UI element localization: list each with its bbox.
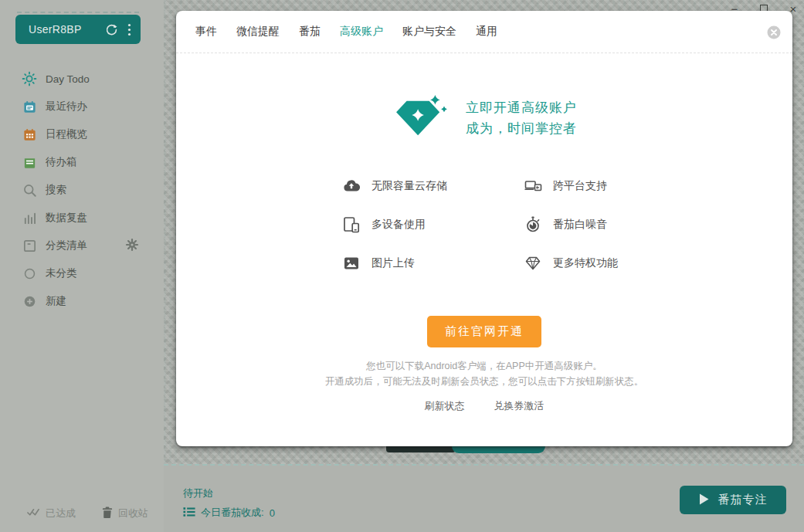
feature-more-privileges: 更多特权功能 — [524, 254, 705, 273]
status-state-label: 待开始 — [183, 486, 275, 500]
settings-tabs: 事件 微信提醒 番茄 高级账户 账户与安全 通用 — [176, 11, 792, 53]
sidebar-footer: 已达成 回收站 — [0, 495, 164, 532]
diamond-outline-icon — [524, 254, 542, 273]
sidebar-item-search[interactable]: 搜索 — [0, 176, 164, 204]
sidebar-item-label: 未分类 — [46, 266, 77, 280]
harvest-count: 0 — [270, 507, 275, 519]
pomodoro-status: 待开始 今日番茄收成: 0 — [183, 486, 275, 520]
sidebar-item-recycle-bin[interactable]: 回收站 — [102, 507, 148, 520]
harvest-label: 今日番茄收成: — [201, 506, 264, 520]
tab-wechat-reminder[interactable]: 微信提醒 — [236, 25, 280, 39]
pomodoro-focus-button[interactable]: 番茄专注 — [680, 486, 786, 514]
sidebar-item-label: 日程概览 — [46, 127, 87, 141]
search-icon — [22, 182, 37, 198]
sidebar-item-label: 最近待办 — [46, 100, 87, 114]
feature-label: 图片上传 — [371, 256, 415, 270]
hero-title-line1: 立即开通高级账户 — [466, 97, 577, 118]
multi-device-icon — [342, 215, 361, 234]
feature-label: 无限容量云存储 — [371, 179, 447, 193]
premium-hero: 立即开通高级账户 成为，时间掌控者 — [176, 95, 792, 141]
premium-features-grid: 无限容量云存储 跨平台支持 多设备使用 番茄白噪音 — [342, 177, 792, 273]
refresh-status-link[interactable]: 刷新状态 — [425, 399, 465, 413]
harvest-list-icon — [183, 507, 195, 520]
sidebar-footer-label: 已达成 — [46, 507, 76, 520]
sidebar-item-todo-box[interactable]: 待办箱 — [0, 148, 164, 176]
sidebar-item-label: 数据复盘 — [46, 211, 87, 225]
feature-cross-platform: 跨平台支持 — [524, 177, 705, 195]
open-premium-website-button[interactable]: 前往官网开通 — [427, 316, 541, 347]
sidebar-nav: Day Todo 最近待办 日程概览 待办箱 — [0, 65, 164, 315]
feature-multi-device: 多设备使用 — [342, 215, 524, 234]
sidebar-footer-label: 回收站 — [118, 507, 148, 520]
tab-premium-account[interactable]: 高级账户 — [340, 25, 383, 39]
circle-icon — [22, 266, 37, 281]
tab-events[interactable]: 事件 — [195, 25, 217, 39]
calendar-grid-icon — [22, 127, 37, 142]
sidebar-item-achieved[interactable]: 已达成 — [27, 507, 76, 520]
sidebar-item-label: 待办箱 — [46, 155, 77, 169]
username-label: UserR8BP — [29, 23, 105, 36]
double-check-icon — [27, 507, 40, 520]
feature-cloud-storage: 无限容量云存储 — [342, 177, 524, 195]
note-line1: 您也可以下载Android客户端，在APP中开通高级账户。 — [176, 358, 792, 374]
cross-platform-icon — [524, 177, 542, 195]
sidebar-item-schedule-overview[interactable]: 日程概览 — [0, 120, 164, 148]
voucher-activate-link[interactable]: 兑换券激活 — [494, 399, 544, 413]
tab-pomodoro[interactable]: 番茄 — [299, 25, 321, 39]
cloud-upload-icon — [342, 177, 361, 195]
tab-general[interactable]: 通用 — [476, 25, 497, 39]
plus-circle-icon — [22, 293, 37, 309]
feature-label: 跨平台支持 — [553, 179, 607, 193]
focus-button-label: 番茄专注 — [718, 493, 768, 507]
feature-label: 多设备使用 — [371, 218, 426, 232]
premium-links: 刷新状态 兑换券激活 — [176, 399, 792, 413]
hero-title-line2: 成为，时间掌控者 — [466, 118, 577, 139]
category-settings-gear-icon[interactable] — [125, 238, 139, 252]
inbox-icon — [22, 154, 37, 170]
kebab-menu-icon[interactable] — [127, 23, 131, 36]
feature-label: 更多特权功能 — [553, 256, 618, 270]
note-line2: 开通成功后，可能无法及时刷新会员状态，您可以点击下方按钮刷新状态。 — [176, 374, 792, 389]
trash-icon — [102, 507, 113, 520]
list-box-icon — [22, 238, 37, 253]
diamond-gem-icon — [392, 93, 450, 143]
play-icon — [699, 493, 709, 507]
stopwatch-icon — [524, 215, 542, 234]
sidebar-item-day-todo[interactable]: Day Todo — [0, 65, 164, 93]
feature-label: 番茄白噪音 — [553, 218, 607, 232]
feature-white-noise: 番茄白噪音 — [524, 215, 705, 234]
sidebar-item-label: 分类清单 — [46, 239, 87, 252]
image-upload-icon — [342, 254, 361, 273]
app-window: − × UserR8BP Day Todo — [0, 0, 804, 532]
premium-hero-title: 立即开通高级账户 成为，时间掌控者 — [466, 97, 577, 139]
sidebar-item-label: Day Todo — [46, 73, 90, 85]
calendar-check-icon — [22, 99, 37, 114]
modal-close-icon[interactable] — [767, 25, 781, 39]
sidebar-item-label: 新建 — [46, 294, 66, 308]
user-account-button[interactable]: UserR8BP — [15, 15, 141, 44]
sidebar-item-data-review[interactable]: 数据复盘 — [0, 204, 164, 232]
tab-account-security[interactable]: 账户与安全 — [402, 25, 456, 39]
bar-chart-icon — [22, 210, 37, 225]
sidebar-item-new[interactable]: 新建 — [0, 287, 164, 315]
settings-modal: 事件 微信提醒 番茄 高级账户 账户与安全 通用 立即开通高级账户 成为，时间掌… — [176, 11, 792, 446]
premium-notes: 您也可以下载Android客户端，在APP中开通高级账户。 开通成功后，可能无法… — [176, 358, 792, 389]
sidebar: UserR8BP Day Todo 最近待办 — [0, 0, 164, 532]
feature-image-upload: 图片上传 — [342, 254, 524, 273]
sidebar-item-uncategorized[interactable]: 未分类 — [0, 259, 164, 287]
sun-icon — [22, 71, 37, 86]
sidebar-item-category-list[interactable]: 分类清单 — [0, 232, 164, 259]
sidebar-top-dashed-line — [17, 12, 139, 13]
sync-refresh-icon[interactable] — [105, 23, 118, 36]
sidebar-item-label: 搜索 — [46, 183, 66, 197]
sidebar-item-recent-todos[interactable]: 最近待办 — [0, 93, 164, 120]
